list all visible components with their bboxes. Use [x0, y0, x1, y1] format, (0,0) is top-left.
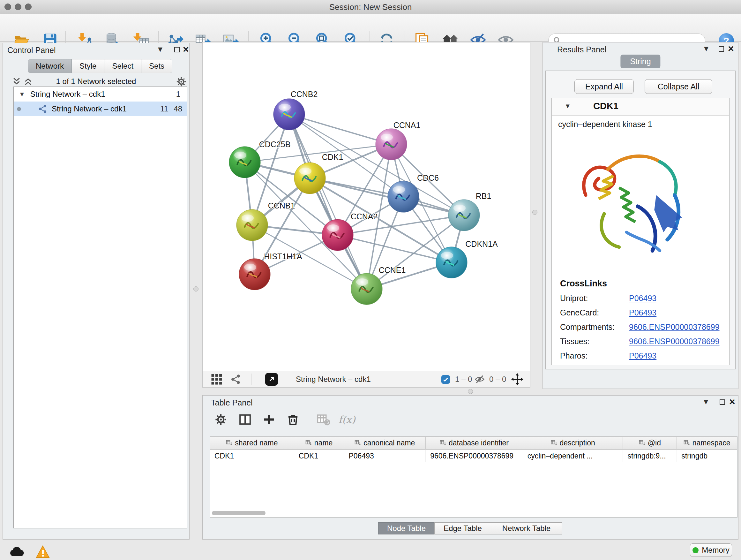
- table-cell[interactable]: cyclin–dependent ...: [523, 449, 623, 462]
- column-header-label: database identifier: [449, 439, 509, 447]
- crosslink-label: Compartments:: [560, 322, 629, 332]
- column-header-description[interactable]: description: [523, 437, 623, 449]
- close-panel-icon[interactable]: ×: [728, 44, 734, 53]
- move-crosshair-icon: [511, 373, 524, 386]
- tab-select[interactable]: Select: [105, 59, 141, 73]
- network-node-CCNB2[interactable]: [273, 99, 305, 130]
- table-cell[interactable]: P06493: [344, 449, 426, 462]
- network-node-CDC6[interactable]: [388, 181, 419, 212]
- tab-style[interactable]: Style: [72, 59, 105, 73]
- bottom-splitter-handle[interactable]: [468, 389, 473, 394]
- crosslink-value-link[interactable]: 9606.ENSP00000378699: [629, 337, 720, 346]
- network-node-CCNA2[interactable]: [322, 219, 353, 251]
- collapse-all-button[interactable]: Collapse All: [645, 79, 712, 94]
- selected-checkbox[interactable]: [441, 373, 450, 386]
- panel-menu-icon[interactable]: ▾: [704, 44, 709, 53]
- status-bar: Memory: [0, 543, 741, 560]
- function-builder-button[interactable]: f(x): [334, 412, 360, 427]
- network-node-CCNA1[interactable]: [376, 129, 407, 160]
- show-columns-button[interactable]: [238, 412, 253, 427]
- close-panel-icon[interactable]: ×: [183, 44, 189, 54]
- tab-string[interactable]: String: [620, 55, 660, 68]
- hidden-count: 0 – 0: [489, 373, 506, 386]
- memory-button[interactable]: Memory: [690, 543, 732, 557]
- network-node-CDKN1A[interactable]: [436, 247, 467, 278]
- node-table-header: shared namenamecanonical namedatabase id…: [210, 437, 737, 449]
- network-node-CCNE1[interactable]: [351, 273, 382, 305]
- left-splitter-handle[interactable]: [193, 287, 199, 292]
- tab-network-table[interactable]: Network Table: [491, 522, 562, 535]
- column-header-shared-name[interactable]: shared name: [210, 437, 294, 449]
- crosslink-label: Uniprot:: [560, 294, 629, 303]
- tab-edge-table[interactable]: Edge Table: [434, 522, 491, 535]
- table-cell[interactable]: 9606.ENSP00000378699: [426, 449, 523, 462]
- results-panel-title: Results Panel: [557, 45, 606, 54]
- tree-edge-count: 48: [174, 105, 182, 113]
- network-share-icon: [38, 105, 47, 113]
- main-toolbar: ?: [0, 14, 741, 42]
- column-header--id[interactable]: @id: [623, 437, 677, 449]
- share-network-icon: [231, 374, 241, 384]
- float-panel-icon[interactable]: [719, 46, 724, 52]
- crosslink-value-link[interactable]: 9606.ENSP00000378699: [629, 322, 720, 332]
- right-splitter-handle[interactable]: [532, 210, 537, 215]
- warning-icon: [36, 545, 50, 558]
- float-panel-icon[interactable]: [174, 47, 180, 52]
- overview-toggle-button[interactable]: [231, 373, 241, 386]
- crosslink-value-link[interactable]: P06493: [629, 308, 657, 317]
- table-options-button[interactable]: [213, 412, 228, 427]
- panel-menu-icon[interactable]: ▾: [704, 397, 708, 406]
- table-cell[interactable]: CDK1: [210, 449, 294, 462]
- crosslink-row: Compartments:9606.ENSP00000378699: [560, 321, 720, 332]
- fit-content-button[interactable]: [511, 373, 524, 386]
- network-node-HIST1H1A[interactable]: [239, 259, 270, 290]
- crosslink-value-link[interactable]: P06493: [629, 351, 657, 361]
- warnings-button[interactable]: [36, 545, 50, 559]
- column-header-database-identifier[interactable]: database identifier: [426, 437, 523, 449]
- crosslink-label: Tissues:: [560, 337, 629, 346]
- crosslink-row: Uniprot:P06493: [560, 293, 657, 304]
- node-label-HIST1H1A: HIST1H1A: [264, 252, 302, 261]
- table-cell[interactable]: CDK1: [294, 449, 344, 462]
- gene-description: cyclin–dependent kinase 1: [558, 120, 652, 129]
- gene-card-header[interactable]: ▼ CDK1: [552, 98, 729, 116]
- expand-all-button[interactable]: Expand All: [575, 79, 634, 94]
- delete-table-button[interactable]: [316, 412, 331, 427]
- cloud-status-button[interactable]: [9, 546, 24, 558]
- node-table[interactable]: shared namenamecanonical namedatabase id…: [210, 436, 738, 517]
- table-cell[interactable]: stringdb: [677, 449, 737, 462]
- tree-expander-icon: ▼: [19, 91, 25, 98]
- column-header-canonical-name[interactable]: canonical name: [344, 437, 426, 449]
- tree-row-network[interactable]: String Network – cdk1 11 48: [14, 102, 187, 116]
- network-node-RB1[interactable]: [448, 199, 480, 231]
- table-cell[interactable]: stringdb:9...: [623, 449, 677, 462]
- tab-sets[interactable]: Sets: [141, 59, 172, 73]
- trash-icon: [286, 413, 299, 426]
- crosslink-value-link[interactable]: P06493: [629, 294, 657, 303]
- results-panel: Results Panel ▾ × String Expand All Coll…: [542, 42, 738, 389]
- detach-view-button[interactable]: [265, 373, 278, 386]
- tree-row-collection[interactable]: ▼ String Network – cdk1 1: [14, 87, 187, 102]
- tab-network[interactable]: Network: [28, 59, 72, 73]
- plus-icon: [263, 413, 275, 426]
- hidden-toggle-button[interactable]: [475, 373, 485, 386]
- float-panel-icon[interactable]: [720, 399, 725, 405]
- column-header-name[interactable]: name: [294, 437, 344, 449]
- close-panel-icon[interactable]: ×: [729, 397, 735, 407]
- panel-menu-icon[interactable]: ▾: [158, 45, 162, 54]
- column-header-namespace[interactable]: namespace: [677, 437, 737, 449]
- grid-view-button[interactable]: [211, 373, 222, 386]
- table-row[interactable]: CDK1CDK1P064939606.ENSP00000378699cyclin…: [210, 449, 737, 462]
- add-column-button[interactable]: [262, 412, 276, 427]
- network-node-CDC25B[interactable]: [229, 146, 260, 178]
- network-node-CCNB1[interactable]: [237, 209, 268, 241]
- crosslink-row: GeneCard:P06493: [560, 307, 657, 318]
- column-header-label: canonical name: [363, 439, 415, 447]
- network-node-CDK1[interactable]: [294, 163, 326, 194]
- delete-column-button[interactable]: [286, 412, 300, 427]
- tab-node-table[interactable]: Node Table: [378, 522, 434, 535]
- table-horizontal-scrollbar[interactable]: [212, 511, 266, 515]
- collapse-section-icon[interactable]: ▼: [564, 103, 571, 110]
- node-label-CCNE1: CCNE1: [379, 266, 406, 274]
- network-canvas[interactable]: CCNB2CCNA1CDC25BCDK1CDC6RB1CCNB1CCNA2CDK…: [203, 43, 530, 371]
